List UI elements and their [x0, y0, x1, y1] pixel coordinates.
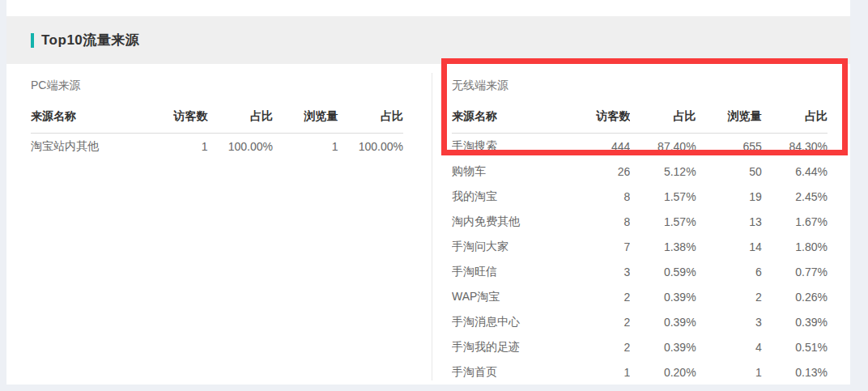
- cell-source-name: 淘宝站内其他: [31, 139, 143, 154]
- table-row: 手淘首页 1 0.20% 1 0.13%: [452, 359, 828, 385]
- cell-source-name: 手淘搜索: [452, 139, 564, 154]
- table-row: 淘宝站内其他 1 100.00% 1 100.00%: [31, 134, 403, 159]
- column-header-visitor-share: 占比: [630, 109, 696, 124]
- cell-pageviews: 655: [696, 140, 762, 153]
- cell-pageview-share: 0.39%: [762, 316, 828, 329]
- table-row: WAP淘宝 2 0.39% 2 0.26%: [452, 284, 828, 309]
- cell-visitor-share: 0.39%: [630, 341, 696, 354]
- cell-visitor-share: 1.57%: [630, 190, 696, 203]
- cell-pageview-share: 2.45%: [762, 190, 828, 203]
- cell-pageviews: 6: [696, 266, 762, 278]
- cell-visitor-share: 0.59%: [630, 266, 696, 278]
- cell-visitor-share: 5.12%: [630, 165, 696, 178]
- cell-visitors: 1: [564, 366, 630, 379]
- cell-visitors: 2: [564, 316, 630, 329]
- table-row: 手淘我的足迹 2 0.39% 4 0.51%: [452, 334, 828, 359]
- table-row: 手淘旺信 3 0.59% 6 0.77%: [452, 259, 828, 284]
- cell-pageviews: 1: [273, 140, 338, 153]
- table-row: 淘内免费其他 8 1.57% 13 1.67%: [452, 209, 828, 234]
- column-header-pageview-share: 占比: [338, 109, 404, 124]
- pc-sources-panel: PC端来源 来源名称 访客数 占比 浏览量 占比 淘宝站内其他 1 100.00…: [6, 64, 432, 385]
- cell-visitors: 26: [564, 165, 630, 178]
- cell-pageviews: 50: [696, 165, 762, 178]
- cell-pageview-share: 100.00%: [338, 140, 404, 153]
- column-header-visitors: 访客数: [564, 109, 630, 124]
- cell-pageviews: 1: [696, 366, 762, 379]
- cell-pageviews: 14: [696, 240, 762, 253]
- cell-source-name: WAP淘宝: [452, 290, 564, 304]
- cell-pageview-share: 0.13%: [762, 366, 828, 379]
- column-header-pageviews: 浏览量: [273, 109, 338, 124]
- cell-visitors: 1: [143, 140, 208, 153]
- cell-pageview-share: 0.51%: [762, 341, 828, 354]
- cell-source-name: 购物车: [452, 164, 564, 179]
- cell-pageview-share: 6.44%: [762, 165, 828, 178]
- cell-source-name: 手淘消息中心: [452, 315, 564, 329]
- cell-pageview-share: 1.80%: [762, 240, 828, 253]
- cell-visitors: 7: [564, 240, 630, 253]
- pc-panel-title: PC端来源: [31, 77, 403, 93]
- cell-source-name: 淘内免费其他: [452, 215, 564, 229]
- wireless-panel-title: 无线端来源: [452, 77, 828, 93]
- cell-visitor-share: 0.39%: [630, 291, 696, 304]
- section-header-band: Top10流量来源: [6, 16, 850, 64]
- cell-pageviews: 3: [696, 316, 762, 329]
- cell-visitors: 444: [564, 140, 630, 153]
- analytics-page: Top10流量来源 PC端来源 来源名称 访客数 占比 浏览量 占比 淘宝站内其…: [0, 0, 868, 391]
- traffic-sources-card: Top10流量来源 PC端来源 来源名称 访客数 占比 浏览量 占比 淘宝站内其…: [6, 0, 850, 385]
- table-row: 手淘搜索 444 87.40% 655 84.30%: [452, 134, 828, 159]
- column-header-source: 来源名称: [452, 109, 564, 124]
- column-header-source: 来源名称: [31, 109, 143, 124]
- cell-pageviews: 4: [696, 341, 762, 354]
- table-row: 我的淘宝 8 1.57% 19 2.45%: [452, 184, 828, 209]
- cell-visitors: 8: [564, 215, 630, 228]
- table-row: 手淘问大家 7 1.38% 14 1.80%: [452, 234, 828, 259]
- cell-pageview-share: 0.26%: [762, 291, 828, 304]
- cell-pageviews: 2: [696, 291, 762, 304]
- accent-bar-icon: [31, 33, 34, 48]
- column-header-pageview-share: 占比: [762, 109, 828, 124]
- column-header-pageviews: 浏览量: [696, 109, 762, 124]
- tables-area: PC端来源 来源名称 访客数 占比 浏览量 占比 淘宝站内其他 1 100.00…: [6, 64, 850, 385]
- cell-source-name: 手淘问大家: [452, 240, 564, 254]
- cell-source-name: 我的淘宝: [452, 189, 564, 204]
- cell-pageviews: 13: [696, 215, 762, 228]
- cell-source-name: 手淘我的足迹: [452, 340, 564, 355]
- cell-visitor-share: 1.57%: [630, 215, 696, 228]
- cell-pageview-share: 1.67%: [762, 215, 828, 228]
- cell-visitors: 3: [564, 266, 630, 278]
- cell-pageview-share: 0.77%: [762, 266, 828, 278]
- pc-table-body: 淘宝站内其他 1 100.00% 1 100.00%: [31, 134, 403, 159]
- cell-visitor-share: 0.20%: [630, 366, 696, 379]
- pc-table-header-row: 来源名称 访客数 占比 浏览量 占比: [31, 109, 403, 134]
- table-row: 购物车 26 5.12% 50 6.44%: [452, 159, 828, 184]
- page-title: Top10流量来源: [41, 31, 139, 49]
- wireless-table-header-row: 来源名称 访客数 占比 浏览量 占比: [452, 109, 828, 134]
- column-header-visitors: 访客数: [143, 109, 208, 124]
- cell-pageviews: 19: [696, 190, 762, 203]
- cell-visitor-share: 1.38%: [630, 240, 696, 253]
- cell-visitor-share: 0.39%: [630, 316, 696, 329]
- cell-source-name: 手淘旺信: [452, 265, 564, 279]
- wireless-table-body: 手淘搜索 444 87.40% 655 84.30% 购物车 26 5.12% …: [452, 134, 828, 385]
- cell-pageview-share: 84.30%: [762, 140, 828, 153]
- wireless-sources-panel: 无线端来源 来源名称 访客数 占比 浏览量 占比 手淘搜索 444 87.40%: [432, 64, 850, 385]
- table-row: 手淘消息中心 2 0.39% 3 0.39%: [452, 309, 828, 334]
- column-header-visitor-share: 占比: [208, 109, 274, 124]
- cell-visitor-share: 100.00%: [208, 140, 274, 153]
- cell-visitors: 8: [564, 190, 630, 203]
- cell-visitor-share: 87.40%: [630, 140, 696, 153]
- cell-visitors: 2: [564, 341, 630, 354]
- cell-source-name: 手淘首页: [452, 365, 564, 380]
- cell-visitors: 2: [564, 291, 630, 304]
